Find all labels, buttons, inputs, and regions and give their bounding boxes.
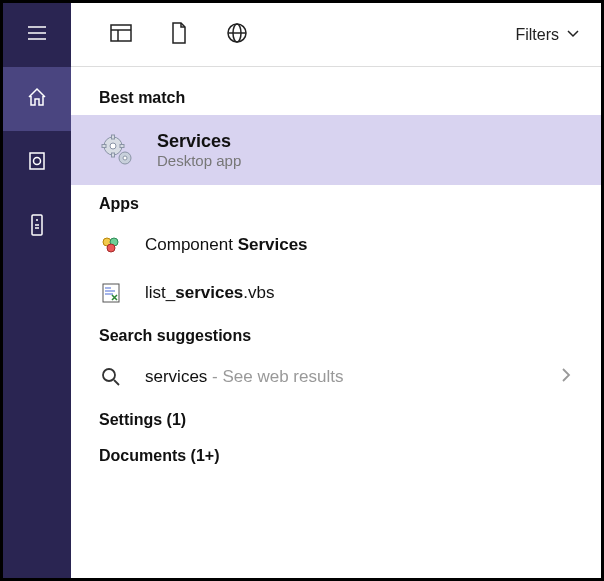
chevron-down-icon — [565, 25, 581, 45]
svg-point-22 — [123, 156, 127, 160]
home-icon — [26, 86, 48, 112]
vbs-file-icon — [99, 281, 123, 305]
svg-rect-9 — [111, 25, 131, 41]
documents-tab[interactable] — [169, 21, 189, 49]
svg-rect-3 — [30, 153, 44, 169]
main: Filters Best match — [71, 3, 601, 578]
recent-icon — [26, 150, 48, 176]
svg-rect-18 — [112, 153, 115, 157]
apps-icon — [109, 22, 133, 48]
apps-tab[interactable] — [109, 22, 133, 48]
best-match-item[interactable]: Services Desktop app — [71, 115, 601, 185]
apps-header: Apps — [71, 185, 601, 221]
svg-line-28 — [114, 380, 119, 385]
best-match-subtitle: Desktop app — [157, 152, 241, 169]
results: Best match — [71, 67, 601, 578]
filters-label: Filters — [515, 26, 559, 44]
suggestion-item[interactable]: services - See web results — [71, 353, 601, 401]
svg-point-6 — [36, 219, 38, 221]
best-match-title: Services — [157, 131, 241, 152]
component-services-icon — [99, 233, 123, 257]
search-icon — [99, 365, 123, 389]
best-match-text: Services Desktop app — [157, 131, 241, 169]
chevron-right-icon — [559, 366, 573, 388]
app-item-vbs[interactable]: list_services.vbs — [71, 269, 601, 317]
sidebar-item-recent[interactable] — [3, 131, 71, 195]
app-item-component-services[interactable]: Component Services — [71, 221, 601, 269]
remote-icon — [30, 213, 44, 241]
svg-rect-17 — [112, 135, 115, 139]
globe-icon — [225, 21, 249, 49]
suggestions-header: Search suggestions — [71, 317, 601, 353]
settings-header[interactable]: Settings (1) — [71, 401, 601, 437]
hamburger-icon — [26, 22, 48, 48]
svg-point-25 — [107, 244, 115, 252]
svg-rect-19 — [102, 145, 106, 148]
toolbar: Filters — [71, 3, 601, 67]
sidebar-item-home[interactable] — [3, 67, 71, 131]
web-tab[interactable] — [225, 21, 249, 49]
sidebar — [3, 3, 71, 578]
svg-point-27 — [103, 369, 115, 381]
search-panel: Filters Best match — [3, 3, 601, 578]
documents-header[interactable]: Documents (1+) — [71, 437, 601, 473]
svg-point-4 — [34, 158, 41, 165]
app-item-label: Component Services — [145, 235, 308, 255]
svg-point-16 — [110, 143, 116, 149]
svg-rect-20 — [120, 145, 124, 148]
document-icon — [169, 21, 189, 49]
sidebar-item-menu[interactable] — [3, 3, 71, 67]
sidebar-item-remote[interactable] — [3, 195, 71, 259]
filters-button[interactable]: Filters — [515, 25, 581, 45]
toolbar-tabs — [91, 21, 249, 49]
suggestion-text: services - See web results — [145, 367, 343, 387]
app-item-label: list_services.vbs — [145, 283, 275, 303]
gears-icon — [99, 132, 135, 168]
best-match-header: Best match — [71, 79, 601, 115]
